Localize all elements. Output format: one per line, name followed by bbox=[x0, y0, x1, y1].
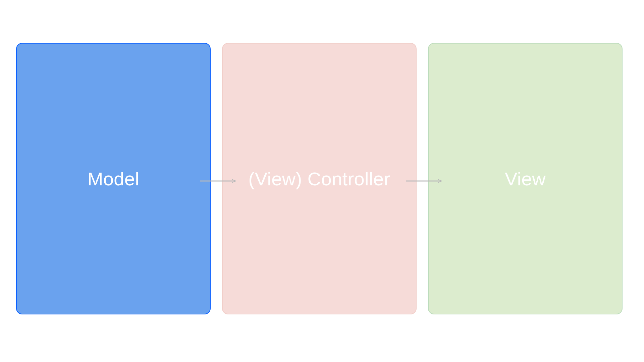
view-box: View bbox=[428, 43, 623, 314]
controller-box: (View) Controller bbox=[222, 43, 417, 314]
controller-label: (View) Controller bbox=[249, 168, 390, 190]
model-label: Model bbox=[88, 168, 140, 190]
view-label: View bbox=[505, 168, 546, 190]
diagram-canvas: Model (View) Controller View bbox=[0, 0, 644, 362]
model-box: Model bbox=[16, 43, 211, 314]
